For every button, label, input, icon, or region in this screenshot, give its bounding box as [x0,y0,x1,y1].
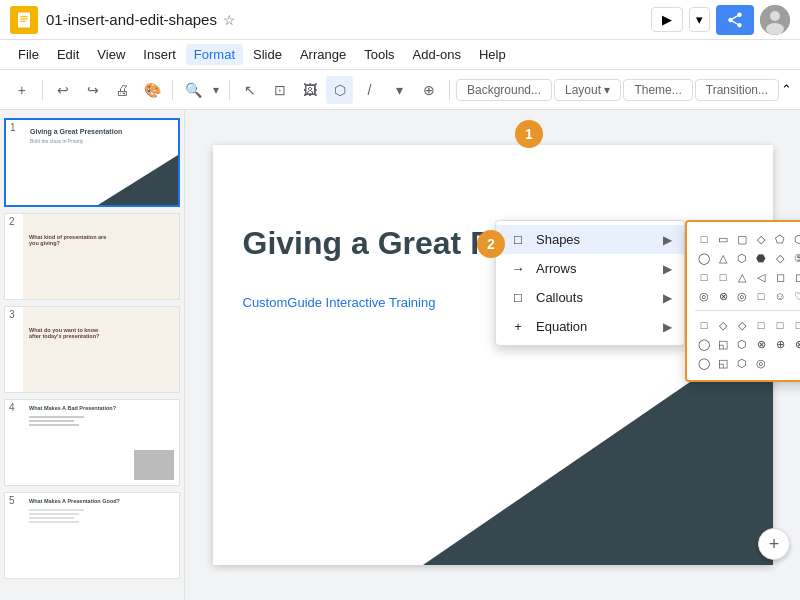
shape-hex3[interactable]: ⬣ [752,249,770,267]
line-dropdown[interactable]: ▾ [385,76,413,104]
insert-equation-item[interactable]: + Equation ▶ [496,312,684,341]
shape-hex5[interactable]: ⬡ [733,335,751,353]
theme-button[interactable]: Theme... [623,79,692,101]
shape-sq13[interactable]: ◱ [714,335,732,353]
shape-sq2[interactable]: □ [714,268,732,286]
shape-sq10[interactable]: □ [752,316,770,334]
shape-circle3[interactable]: ◎ [695,287,713,305]
textbox-button[interactable]: ⊡ [266,76,294,104]
shape-sq12[interactable]: □ [790,316,800,334]
app-icon [10,6,38,34]
shape-heart[interactable]: ♡ [790,287,800,305]
slide1-triangle [98,155,178,205]
shape-rect2[interactable]: ▭ [714,230,732,248]
present-dropdown[interactable]: ▾ [689,7,710,32]
background-button[interactable]: Background... [456,79,552,101]
menu-edit[interactable]: Edit [49,44,87,65]
slide-thumb-2[interactable]: 2 What kind of presentation are you givi… [4,213,180,300]
avatar[interactable] [760,5,790,35]
menu-slide[interactable]: Slide [245,44,290,65]
shape-empty7 [771,354,789,372]
arrows-label: Arrows [536,261,576,276]
slide2-text: What kind of presentation are you giving… [29,234,109,246]
insert-callouts-item[interactable]: □ Callouts ▶ [496,283,684,312]
shape-tri3[interactable]: ◁ [752,268,770,286]
slide4-title: What Makes A Bad Presentation? [29,405,116,411]
menu-help[interactable]: Help [471,44,514,65]
transition-button[interactable]: Transition... [695,79,779,101]
slide-preview-2: What kind of presentation are you giving… [23,214,179,299]
print-button[interactable]: 🖨 [109,76,137,104]
shape-xcirc3[interactable]: ⊗ [790,335,800,353]
shape-circle2[interactable]: ◯ [695,249,713,267]
shape-circ7[interactable]: ◎ [752,354,770,372]
shape-plus[interactable]: ⊕ [771,335,789,353]
layout-button[interactable]: Layout ▾ [554,79,621,101]
slide-thumb-1[interactable]: 1 Giving a Great Presentation Bold the c… [4,118,180,207]
shape-smiley[interactable]: ☺ [771,287,789,305]
shape-num5[interactable]: ⑤ [790,249,800,267]
slide-num-2: 2 [5,214,23,229]
zoom-add-button[interactable]: + [758,528,790,560]
cursor-button[interactable]: ↖ [236,76,264,104]
shape-sq1[interactable]: □ [695,268,713,286]
shape-circ6[interactable]: ◯ [695,354,713,372]
shape-circ5[interactable]: ◯ [695,335,713,353]
equation-arrow: ▶ [663,320,672,334]
shape-sq11[interactable]: □ [771,316,789,334]
slide-thumb-4[interactable]: 4 What Makes A Bad Presentation? [4,399,180,486]
menu-file[interactable]: File [10,44,47,65]
shape-diamond[interactable]: ◇ [752,230,770,248]
shape-pentagon[interactable]: ⬠ [771,230,789,248]
shape-diamond2[interactable]: ◇ [771,249,789,267]
shape-hex6[interactable]: ⬡ [733,354,751,372]
share-button[interactable] [716,5,754,35]
shape-hex2[interactable]: ⬡ [733,249,751,267]
slide-num-1: 1 [6,120,24,135]
line-button[interactable]: / [355,76,383,104]
star-icon[interactable]: ☆ [223,12,236,28]
shape-hexagon[interactable]: ⬡ [790,230,800,248]
shape-triangle[interactable]: △ [714,249,732,267]
link-button[interactable]: ⊕ [415,76,443,104]
toolbar-collapse[interactable]: ⌃ [781,82,792,97]
shape-tri2[interactable]: △ [733,268,751,286]
menu-tools[interactable]: Tools [356,44,402,65]
menu-format[interactable]: Format [186,44,243,65]
shape-sq8[interactable]: □ [752,287,770,305]
menu-addons[interactable]: Add-ons [405,44,469,65]
menu-view[interactable]: View [89,44,133,65]
menu-insert[interactable]: Insert [135,44,184,65]
slide5-content [29,509,84,525]
svg-rect-2 [20,18,28,19]
zoom-pct[interactable]: ▾ [209,76,223,104]
shape-diamond3[interactable]: ◇ [714,316,732,334]
svg-rect-3 [20,20,25,21]
present-button[interactable]: ▶ [651,7,683,32]
add-button[interactable]: + [8,76,36,104]
shape-rectangle[interactable]: □ [695,230,713,248]
insert-arrows-item[interactable]: → Arrows ▶ [496,254,684,283]
shape-xcirc2[interactable]: ⊗ [752,335,770,353]
shape-sq15[interactable]: ◱ [714,354,732,372]
slide5-title: What Makes A Presentation Good? [29,498,120,504]
paint-format-button[interactable]: 🎨 [138,76,166,104]
slide-preview-4: What Makes A Bad Presentation? [23,400,179,485]
menu-arrange[interactable]: Arrange [292,44,354,65]
slide-thumb-5[interactable]: 5 What Makes A Presentation Good? [4,492,180,579]
shape-sq4[interactable]: ◻ [790,268,800,286]
shape-diamond4[interactable]: ◇ [733,316,751,334]
main-area: 1 Giving a Great Presentation Bold the c… [0,110,800,600]
shape-circ4[interactable]: ◎ [733,287,751,305]
redo-button[interactable]: ↪ [79,76,107,104]
zoom-button[interactable]: 🔍 [179,76,207,104]
shapes-button[interactable]: ⬡ [326,76,354,104]
insert-shapes-item[interactable]: □ Shapes ▶ [496,225,684,254]
image-button[interactable]: 🖼 [296,76,324,104]
shape-sq3[interactable]: ◻ [771,268,789,286]
shape-rounded-rect[interactable]: ▢ [733,230,751,248]
shape-sq9[interactable]: □ [695,316,713,334]
undo-button[interactable]: ↩ [49,76,77,104]
slide-thumb-3[interactable]: 3 What do you want to know after today's… [4,306,180,393]
shape-xcirc[interactable]: ⊗ [714,287,732,305]
